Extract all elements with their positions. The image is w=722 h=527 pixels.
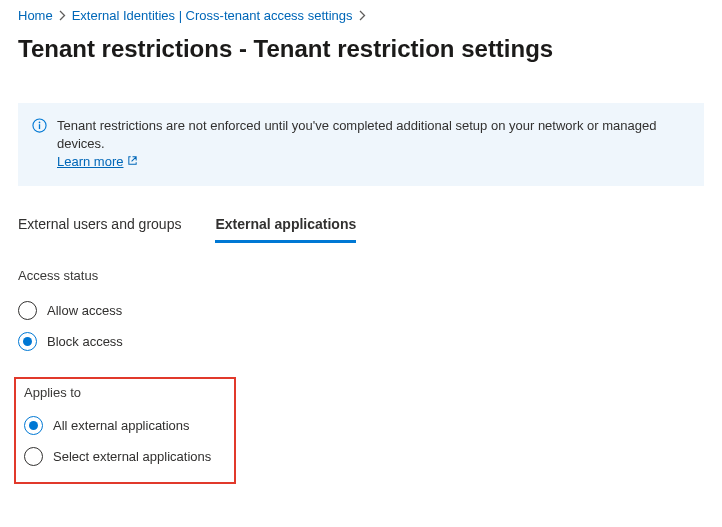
info-banner: Tenant restrictions are not enforced unt… bbox=[18, 103, 704, 186]
radio-all-external-apps[interactable]: All external applications bbox=[24, 410, 226, 441]
radio-icon bbox=[24, 447, 43, 466]
chevron-right-icon bbox=[359, 10, 366, 21]
tab-external-users-groups[interactable]: External users and groups bbox=[18, 212, 181, 243]
radio-label: Block access bbox=[47, 334, 123, 349]
access-status-group: Allow access Block access bbox=[0, 295, 722, 377]
applies-to-highlight: Applies to All external applications Sel… bbox=[14, 377, 236, 484]
radio-label: Select external applications bbox=[53, 449, 211, 464]
applies-to-label: Applies to bbox=[20, 385, 226, 410]
radio-icon bbox=[18, 332, 37, 351]
svg-rect-2 bbox=[39, 124, 40, 129]
chevron-right-icon bbox=[59, 10, 66, 21]
learn-more-link[interactable]: Learn more bbox=[57, 153, 138, 171]
breadcrumb-home[interactable]: Home bbox=[18, 8, 53, 23]
radio-label: All external applications bbox=[53, 418, 190, 433]
svg-point-1 bbox=[39, 122, 41, 124]
tab-external-applications[interactable]: External applications bbox=[215, 212, 356, 243]
page-title: Tenant restrictions - Tenant restriction… bbox=[0, 33, 722, 81]
radio-block-access[interactable]: Block access bbox=[18, 326, 704, 357]
info-content: Tenant restrictions are not enforced unt… bbox=[57, 117, 688, 172]
info-icon bbox=[32, 118, 47, 138]
radio-label: Allow access bbox=[47, 303, 122, 318]
tabs: External users and groups External appli… bbox=[0, 212, 722, 244]
learn-more-label: Learn more bbox=[57, 153, 123, 171]
breadcrumb-external-identities[interactable]: External Identities | Cross-tenant acces… bbox=[72, 8, 353, 23]
radio-icon bbox=[18, 301, 37, 320]
radio-allow-access[interactable]: Allow access bbox=[18, 295, 704, 326]
radio-icon bbox=[24, 416, 43, 435]
access-status-label: Access status bbox=[0, 268, 722, 295]
info-text: Tenant restrictions are not enforced unt… bbox=[57, 118, 656, 151]
applies-to-group: All external applications Select externa… bbox=[20, 410, 226, 472]
external-link-icon bbox=[127, 153, 138, 171]
radio-select-external-apps[interactable]: Select external applications bbox=[24, 441, 226, 472]
breadcrumb: Home External Identities | Cross-tenant … bbox=[0, 8, 722, 33]
